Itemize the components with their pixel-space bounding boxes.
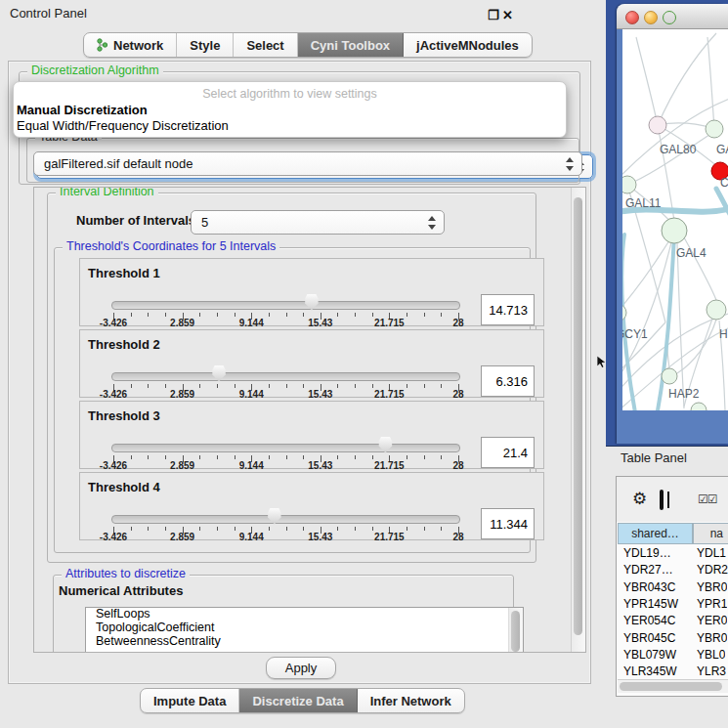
threshold-value-field[interactable]: 11.344: [481, 508, 535, 539]
tick-mark: [269, 313, 270, 317]
cell-shared-name: YDL19…: [618, 546, 694, 563]
tick-mark: [441, 527, 442, 531]
tick-mark: [199, 527, 200, 531]
threshold-value-field[interactable]: 14.713: [481, 294, 535, 325]
columns-icon[interactable]: [660, 490, 664, 510]
float-window-icon[interactable]: ❐: [488, 8, 499, 22]
minimize-traffic-light-icon[interactable]: [644, 11, 658, 24]
network-canvas[interactable]: GAL80GACGAL11GAL4GCY1HHAP2: [622, 29, 728, 410]
tick-mark: [235, 384, 236, 388]
table-row[interactable]: YER054CYER0: [618, 614, 728, 630]
tick-mark: [165, 455, 166, 459]
attribute-list-item[interactable]: BetweennessCentrality: [86, 635, 523, 649]
table-row[interactable]: YDL19…YDL1: [618, 546, 728, 563]
column-header-shared[interactable]: shared…: [618, 523, 693, 544]
threshold-value-field[interactable]: 21.4: [481, 437, 535, 468]
tick-mark: [148, 384, 149, 388]
tick-mark: [441, 313, 442, 317]
tick-mark: [286, 313, 287, 317]
tick-label: 2.859: [155, 460, 210, 471]
tick-label: 2.859: [155, 318, 210, 328]
cell-shared-name: YBL079W: [618, 648, 694, 664]
vertical-scrollbar[interactable]: [571, 188, 585, 652]
tab-discretize-data[interactable]: Discretize Data: [239, 689, 357, 712]
node-label: GA: [716, 143, 728, 156]
table-data-combo[interactable]: galFiltered.sif default node: [33, 151, 582, 176]
cell-name: YBL0: [694, 648, 725, 664]
numerical-attributes-label: Numerical Attributes: [59, 583, 183, 598]
tab-impute-data[interactable]: Impute Data: [141, 689, 239, 712]
network-node[interactable]: [622, 304, 626, 321]
tick-label: 9.144: [224, 460, 278, 471]
node-label: GAL4: [676, 246, 707, 260]
column-header-name[interactable]: na: [693, 523, 728, 544]
list-scrollbar-thumb[interactable]: [511, 611, 520, 652]
attribute-list-item[interactable]: TopologicalCoefficient: [86, 621, 523, 635]
table-row[interactable]: YBR045CYBR0: [618, 631, 728, 648]
tick-label: -3.426: [86, 318, 141, 328]
tick-label: 21.715: [362, 389, 416, 400]
tick-mark: [165, 384, 166, 388]
table-row[interactable]: YBL079WYBL0: [618, 648, 728, 664]
apply-button[interactable]: Apply: [266, 657, 336, 679]
threshold-box-2: Threshold 2-3.4262.8599.14415.4321.71528…: [79, 329, 544, 398]
algorithm-dropdown-popup: Select algorithm to view settings Manual…: [13, 81, 567, 138]
table-row[interactable]: YDR27…YDR2: [618, 563, 728, 579]
tick-label: -3.426: [86, 532, 141, 542]
bottom-tab-bar: Impute DataDiscretize DataInfer Network: [140, 688, 465, 713]
network-node[interactable]: [662, 368, 677, 384]
network-node[interactable]: [691, 403, 707, 410]
tick-mark: [303, 455, 304, 459]
select-columns-checkboxes-icon[interactable]: ☑☑: [698, 492, 717, 506]
tab-style[interactable]: Style: [177, 33, 234, 57]
slider-track[interactable]: [111, 444, 460, 452]
tick-mark: [355, 455, 356, 459]
slider-track[interactable]: [111, 372, 460, 381]
cell-shared-name: YBR043C: [618, 580, 694, 597]
network-node[interactable]: [662, 218, 687, 243]
tab-label: Impute Data: [153, 694, 226, 708]
hscrollbar-thumb[interactable]: [620, 682, 722, 691]
tab-network[interactable]: Network: [84, 33, 177, 57]
table-row[interactable]: YPR145WYPR1: [618, 597, 728, 614]
tick-label: 15.43: [293, 318, 348, 328]
network-node[interactable]: [649, 116, 666, 134]
node-label: GAL80: [660, 143, 697, 156]
network-node[interactable]: [707, 300, 726, 320]
cell-shared-name: YPR145W: [618, 597, 694, 614]
tick-mark: [337, 384, 338, 388]
scrollbar-thumb[interactable]: [574, 197, 582, 635]
tick-mark: [372, 455, 373, 459]
tick-mark: [286, 527, 287, 531]
tick-label: 28: [431, 389, 486, 400]
numerical-attributes-list[interactable]: SelfLoopsTopologicalCoefficientBetweenne…: [85, 607, 524, 653]
tick-mark: [217, 313, 218, 317]
intervals-combo[interactable]: 5: [191, 210, 445, 235]
tick-label: 21.715: [362, 532, 416, 542]
tick-mark: [372, 313, 373, 317]
interval-definition-group: Interval Definition Number of Intervals …: [47, 193, 536, 563]
close-traffic-light-icon[interactable]: [625, 11, 639, 24]
network-node[interactable]: [622, 176, 636, 193]
menu-item-equal-width-discretization[interactable]: Equal Width/Frequency Discretization: [17, 118, 229, 133]
zoom-traffic-light-icon[interactable]: [663, 11, 676, 24]
slider-track[interactable]: [111, 515, 460, 524]
node-label: C: [720, 176, 728, 190]
tab-cyni-toolbox[interactable]: Cyni Toolbox: [298, 33, 404, 57]
horizontal-scrollbar[interactable]: [618, 679, 728, 693]
tab-select[interactable]: Select: [234, 33, 297, 57]
desktop-background: GAL80GACGAL11GAL4GCY1HHAP2: [606, 0, 728, 447]
slider-track[interactable]: [111, 301, 460, 310]
tab-jactivemnodules[interactable]: jActiveMNodules: [404, 33, 532, 57]
network-node[interactable]: [706, 120, 723, 138]
gear-icon[interactable]: ⚙: [632, 489, 647, 509]
table-panel-title: Table Panel: [621, 450, 687, 465]
threshold-value-field[interactable]: 6.316: [481, 365, 535, 397]
tick-mark: [424, 455, 425, 459]
menu-item-manual-discretization[interactable]: Manual Discretization: [17, 103, 148, 117]
table-row[interactable]: YBR043CYBR0: [618, 580, 728, 597]
tab-infer-network[interactable]: Infer Network: [358, 689, 464, 712]
attribute-list-item[interactable]: SelfLoops: [86, 608, 523, 621]
close-icon[interactable]: ✕: [502, 8, 513, 22]
tick-mark: [217, 455, 218, 459]
